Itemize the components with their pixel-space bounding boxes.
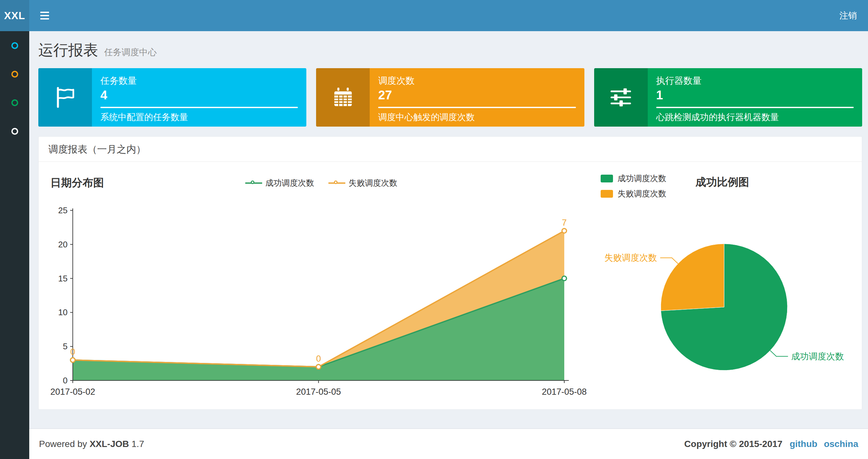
pie-chart-title: 成功比例图: [695, 175, 749, 190]
hamburger-icon: [40, 12, 49, 20]
line-chart-legend: 成功调度次数 失败调度次数: [39, 177, 604, 188]
panel-title: 调度报表（一月之内）: [39, 137, 862, 162]
info-box-description: 调度中心触发的调度次数: [378, 111, 576, 123]
circle-icon: [11, 99, 18, 106]
legend-label: 失败调度次数: [618, 188, 666, 199]
svg-text:15: 15: [58, 274, 68, 284]
flag-icon: [38, 68, 92, 127]
progress-bar: [378, 107, 576, 108]
legend-item-success[interactable]: 成功调度次数: [601, 173, 666, 184]
line-chart-svg: 05101520252017-05-022017-05-052017-05-08…: [42, 207, 604, 401]
svg-text:2017-05-02: 2017-05-02: [50, 387, 95, 397]
legend-swatch: [601, 190, 613, 198]
svg-text:7: 7: [562, 218, 566, 228]
app-root: XXL 注销 运行报表 任务调度中心 任务数量 4: [0, 0, 868, 459]
info-box-title: 任务数量: [100, 75, 298, 87]
svg-text:2017-05-08: 2017-05-08: [542, 387, 587, 397]
panel-body: 日期分布图 成功调度次数 失败调度次数 051015: [39, 162, 862, 409]
svg-text:0: 0: [70, 347, 75, 357]
calendar-icon: [316, 68, 370, 127]
legend-item-fail[interactable]: 失败调度次数: [329, 177, 397, 188]
sidebar-item-4[interactable]: [0, 117, 29, 145]
svg-text:5: 5: [63, 341, 68, 351]
info-box-jobs: 任务数量 4 系统中配置的任务数量: [38, 68, 306, 127]
legend-item-success[interactable]: 成功调度次数: [245, 177, 314, 188]
svg-text:20: 20: [58, 239, 68, 249]
report-panel: 调度报表（一月之内） 日期分布图 成功调度次数 失败调度次数: [38, 136, 862, 409]
svg-text:10: 10: [58, 307, 68, 317]
logout-link[interactable]: 注销: [828, 0, 868, 31]
page-header: 运行报表 任务调度中心: [38, 40, 157, 60]
progress-bar: [656, 107, 854, 108]
svg-text:0: 0: [316, 354, 321, 364]
navbar: XXL 注销: [0, 0, 868, 31]
powered-by-text: Powered by XXL-JOB 1.7: [39, 439, 144, 449]
info-box-number: 4: [100, 88, 298, 102]
svg-text:2017-05-05: 2017-05-05: [296, 387, 341, 397]
pie-chart-legend: 成功调度次数 失败调度次数: [601, 173, 666, 199]
svg-text:成功调度次数: 成功调度次数: [791, 352, 844, 361]
legend-label: 失败调度次数: [348, 177, 397, 188]
info-box-description: 心跳检测成功的执行器机器数量: [656, 111, 854, 123]
info-box-description: 系统中配置的任务数量: [100, 111, 298, 123]
page-title: 运行报表: [38, 41, 98, 59]
info-box-number: 1: [656, 88, 854, 102]
info-box-number: 27: [378, 88, 576, 102]
circle-icon: [11, 71, 18, 77]
svg-text:失败调度次数: 失败调度次数: [604, 253, 657, 263]
info-box-triggers: 调度次数 27 调度中心触发的调度次数: [316, 68, 584, 127]
progress-bar: [100, 107, 298, 108]
footer: Powered by XXL-JOB 1.7 Copyright © 2015-…: [29, 428, 868, 459]
svg-text:0: 0: [63, 375, 68, 385]
page-subtitle: 任务调度中心: [104, 47, 157, 57]
circle-icon: [11, 42, 18, 49]
circle-icon: [11, 128, 18, 135]
sidebar-item-3[interactable]: [0, 88, 29, 117]
sidebar-toggle-button[interactable]: [29, 0, 60, 31]
line-legend-marker: [245, 180, 262, 186]
sidebar: [0, 31, 29, 459]
github-link[interactable]: github: [790, 439, 818, 449]
line-legend-marker: [329, 180, 345, 186]
info-box-row: 任务数量 4 系统中配置的任务数量: [38, 68, 862, 127]
pie-chart-svg: 成功调度次数失败调度次数: [581, 208, 861, 390]
legend-item-fail[interactable]: 失败调度次数: [601, 188, 666, 199]
app-logo[interactable]: XXL: [0, 0, 29, 31]
sidebar-item-2[interactable]: [0, 60, 29, 88]
sidebar-item-1[interactable]: [0, 31, 29, 60]
sliders-icon: [594, 68, 648, 127]
legend-label: 成功调度次数: [266, 177, 314, 188]
product-name: XXL-JOB: [90, 439, 129, 449]
legend-label: 成功调度次数: [618, 173, 666, 184]
legend-swatch: [601, 175, 613, 183]
copyright-text: Copyright © 2015-2017: [684, 439, 782, 449]
svg-text:25: 25: [58, 207, 68, 215]
info-box-title: 执行器数量: [656, 75, 854, 87]
oschina-link[interactable]: oschina: [824, 439, 858, 449]
info-box-title: 调度次数: [378, 75, 576, 87]
info-box-executors: 执行器数量 1 心跳检测成功的执行器机器数量: [594, 68, 862, 127]
